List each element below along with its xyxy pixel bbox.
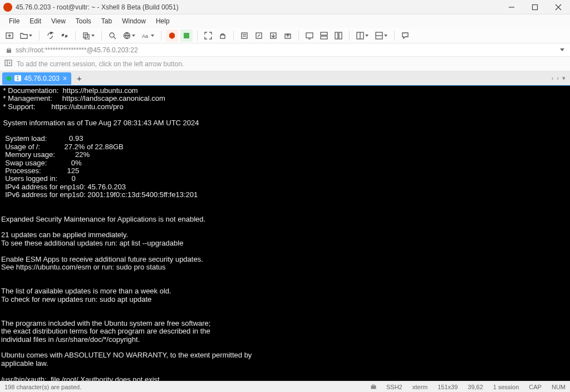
menu-tools[interactable]: Tools [71, 16, 96, 26]
menu-edit[interactable]: Edit [25, 16, 46, 26]
toolbar-separator [233, 31, 234, 41]
menu-help[interactable]: Help [151, 16, 174, 26]
export-icon[interactable] [282, 30, 294, 42]
toolbar-separator [161, 31, 161, 41]
lock-icon [6, 47, 12, 53]
disconnect-icon[interactable] [58, 30, 71, 42]
status-ssh: SSH2 [386, 384, 402, 390]
fullscreen-icon[interactable] [202, 30, 214, 42]
toolbar-separator [75, 31, 76, 41]
open-session-icon[interactable] [18, 30, 35, 42]
status-num: NUM [552, 384, 566, 390]
tab-nav: ‹ › ▾ [552, 75, 570, 82]
status-cap: CAP [529, 384, 542, 390]
toolbar: Aa [0, 28, 570, 43]
title-bar: 45.76.0.203 - root@vultr: ~ - Xshell 8 B… [0, 0, 570, 14]
svg-rect-25 [321, 32, 327, 35]
lock-mini-icon [371, 384, 376, 390]
status-session: 1 session [493, 384, 519, 390]
svg-rect-33 [7, 50, 11, 53]
svg-rect-1 [533, 4, 538, 9]
chat-icon[interactable] [399, 30, 411, 42]
tile-vertical-icon[interactable] [332, 30, 345, 42]
menu-window[interactable]: Window [117, 16, 150, 26]
svg-line-12 [114, 37, 116, 39]
highlight-icon[interactable] [238, 30, 250, 42]
chevron-down-icon[interactable] [560, 48, 564, 51]
search-icon[interactable] [106, 30, 119, 42]
svg-rect-26 [321, 36, 327, 39]
minimize-button[interactable] [500, 0, 523, 14]
tab-index: 1 [14, 75, 21, 81]
add-tab-button[interactable]: + [71, 74, 87, 83]
close-button[interactable] [547, 0, 570, 14]
toolbar-separator [298, 31, 299, 41]
address-bar[interactable]: ssh://root:****************@45.76.0.203:… [0, 43, 570, 57]
status-term: xterm [412, 384, 428, 390]
status-size: 151x39 [438, 384, 458, 390]
svg-rect-36 [371, 386, 376, 389]
toolbar-separator [349, 31, 350, 41]
svg-rect-17 [242, 33, 247, 38]
terminal-output[interactable]: * Documentation: https://help.ubuntu.com… [0, 86, 570, 392]
tab-bar: 1 45.76.0.203 × + ‹ › ▾ [0, 71, 570, 86]
session-hint-text: To add the current session, click on the… [17, 60, 184, 68]
svg-point-11 [110, 33, 114, 37]
session-tab[interactable]: 1 45.76.0.203 × [2, 72, 71, 85]
xagent-icon[interactable] [166, 30, 178, 42]
tab-label: 45.76.0.203 [24, 75, 60, 82]
window-title: 45.76.0.203 - root@vultr: ~ - Xshell 8 B… [16, 3, 500, 11]
tab-next-icon[interactable]: › [557, 75, 559, 82]
tab-list-icon[interactable]: ▾ [562, 75, 566, 82]
status-dot-icon [7, 76, 11, 81]
lock-icon[interactable] [217, 30, 229, 42]
tab-close-icon[interactable]: × [63, 75, 67, 82]
font-icon[interactable]: Aa [140, 30, 156, 42]
menu-file[interactable]: File [4, 16, 24, 26]
layout2-icon[interactable] [373, 30, 390, 42]
tile-horizontal-icon[interactable] [318, 30, 330, 42]
status-pos: 39,62 [468, 384, 483, 390]
new-terminal-icon[interactable] [303, 30, 316, 42]
reconnect-icon[interactable] [44, 30, 56, 42]
import-icon[interactable] [267, 30, 279, 42]
svg-rect-15 [184, 33, 189, 38]
status-bar: 198 character(s) are pasted. SSH2 xterm … [0, 381, 570, 392]
panel-toggle-icon[interactable] [4, 59, 12, 68]
status-left: 198 character(s) are pasted. [4, 384, 81, 390]
edit-box-icon[interactable] [253, 30, 265, 42]
tab-prev-icon[interactable]: ‹ [552, 75, 554, 82]
new-session-icon[interactable] [3, 30, 16, 42]
session-hint-bar: To add the current session, click on the… [0, 57, 570, 71]
toolbar-separator [394, 31, 395, 41]
svg-rect-16 [220, 35, 225, 38]
toolbar-separator [197, 31, 198, 41]
maximize-button[interactable] [523, 0, 547, 14]
svg-rect-27 [335, 32, 338, 39]
toolbar-separator [39, 31, 40, 41]
encoding-icon[interactable] [121, 30, 137, 42]
menu-bar: File Edit View Tools Tab Window Help [0, 14, 570, 28]
svg-rect-34 [5, 60, 12, 66]
toolbar-separator [101, 31, 102, 41]
address-text: ssh://root:****************@45.76.0.203:… [16, 46, 138, 54]
layout1-icon[interactable] [354, 30, 371, 42]
svg-rect-23 [306, 33, 313, 38]
app-icon [3, 3, 12, 12]
tool-icon[interactable] [180, 30, 193, 42]
menu-tab[interactable]: Tab [97, 16, 116, 26]
copy-icon[interactable] [80, 30, 97, 42]
window-buttons [500, 0, 570, 14]
svg-rect-28 [339, 32, 342, 39]
svg-text:Aa: Aa [142, 33, 148, 39]
menu-view[interactable]: View [47, 16, 70, 26]
